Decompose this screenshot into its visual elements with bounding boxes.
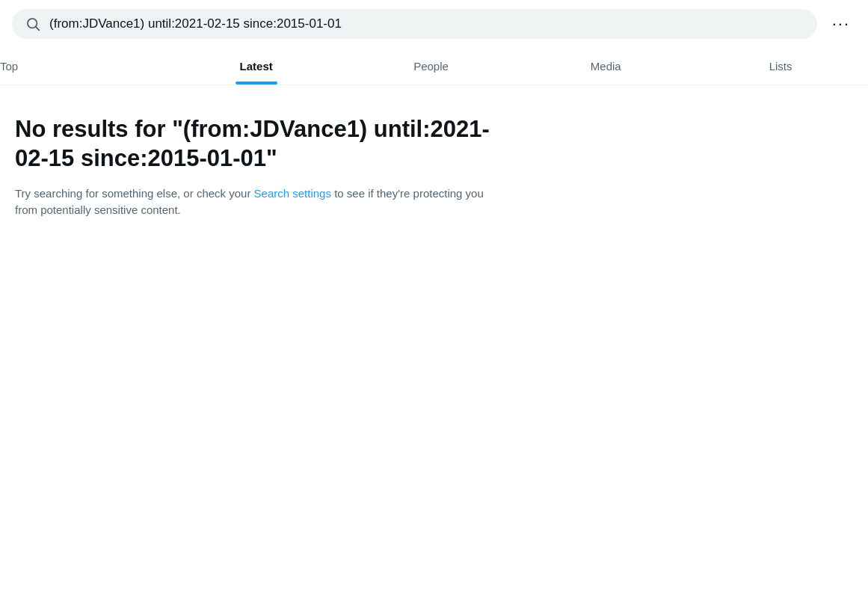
tab-lists[interactable]: Lists bbox=[693, 48, 868, 85]
search-settings-link[interactable]: Search settings bbox=[254, 187, 331, 200]
no-results-subtitle: Try searching for something else, or che… bbox=[15, 185, 508, 219]
more-options-button[interactable]: ··· bbox=[826, 11, 856, 37]
no-results-title: No results for "(from:JDVance1) until:20… bbox=[15, 115, 508, 173]
search-bar-container: (from:JDVance1) until:2021-02-15 since:2… bbox=[0, 0, 868, 48]
search-query-text: (from:JDVance1) until:2021-02-15 since:2… bbox=[49, 16, 804, 31]
tab-people[interactable]: People bbox=[344, 48, 519, 85]
svg-line-1 bbox=[36, 27, 40, 31]
subtitle-before-link: Try searching for something else, or che… bbox=[15, 187, 254, 200]
search-icon bbox=[25, 16, 40, 31]
search-bar[interactable]: (from:JDVance1) until:2021-02-15 since:2… bbox=[12, 9, 817, 39]
tab-top[interactable]: Top bbox=[0, 48, 169, 85]
main-content: No results for "(from:JDVance1) until:20… bbox=[0, 85, 523, 249]
tab-latest[interactable]: Latest bbox=[169, 48, 344, 85]
tab-media[interactable]: Media bbox=[518, 48, 693, 85]
search-tabs: Top Latest People Media Lists bbox=[0, 48, 868, 85]
